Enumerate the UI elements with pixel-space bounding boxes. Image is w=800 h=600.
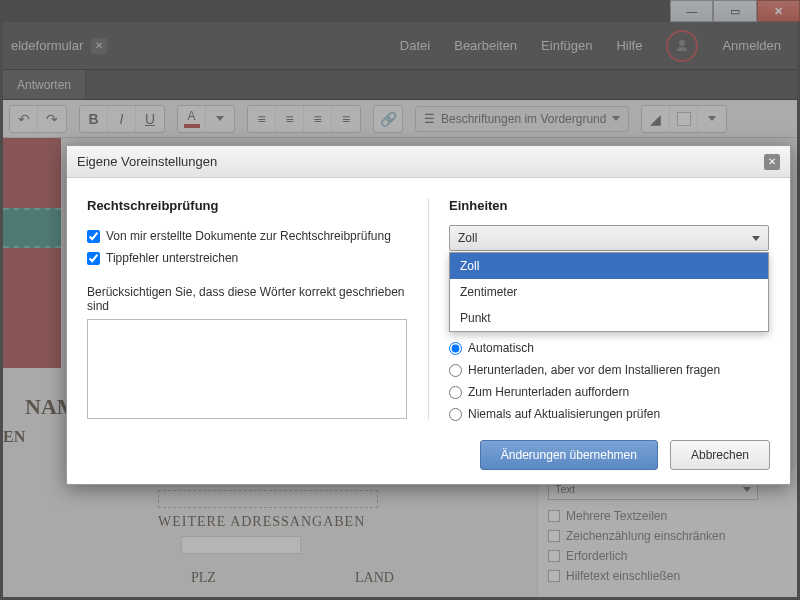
update-options: Automatisch Herunterladen, aber vor dem … (449, 337, 770, 425)
chk-spellcheck-docs-box[interactable] (87, 230, 100, 243)
apply-button[interactable]: Änderungen übernehmen (480, 440, 658, 470)
cancel-button[interactable]: Abbrechen (670, 440, 770, 470)
units-heading: Einheiten (449, 198, 770, 213)
chk-underline-typos-box[interactable] (87, 252, 100, 265)
unit-option-punkt[interactable]: Punkt (450, 305, 768, 331)
preferences-dialog: Eigene Voreinstellungen ✕ Rechtschreibpr… (66, 145, 791, 485)
update-ask-install[interactable]: Herunterladen, aber vor dem Installieren… (449, 359, 770, 381)
chk-spellcheck-docs[interactable]: Von mir erstellte Dokumente zur Rechtsch… (87, 225, 408, 247)
update-auto[interactable]: Automatisch (449, 337, 770, 359)
chevron-down-icon (752, 236, 760, 241)
update-ask-download[interactable]: Zum Herunterladen auffordern (449, 381, 770, 403)
units-current-value: Zoll (458, 231, 477, 245)
ignore-words-label: Berücksichtigen Sie, dass diese Wörter k… (87, 285, 408, 313)
spellcheck-heading: Rechtschreibprüfung (87, 198, 408, 213)
unit-option-zoll[interactable]: Zoll (450, 253, 768, 279)
update-never[interactable]: Niemals auf Aktualisierungen prüfen (449, 403, 770, 425)
dialog-title: Eigene Voreinstellungen (77, 154, 217, 169)
units-dropdown: Zoll Zentimeter Punkt (449, 252, 769, 332)
dialog-close-icon[interactable]: ✕ (764, 154, 780, 170)
chk-underline-typos[interactable]: Tippfehler unterstreichen (87, 247, 408, 269)
unit-option-zentimeter[interactable]: Zentimeter (450, 279, 768, 305)
ignore-words-textarea[interactable] (87, 319, 407, 419)
units-select[interactable]: Zoll (449, 225, 769, 251)
